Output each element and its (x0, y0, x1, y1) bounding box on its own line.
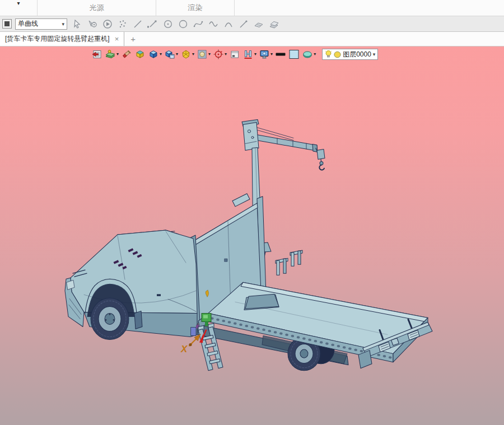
select-arrow-icon[interactable] (72, 18, 83, 30)
display-monitor-button[interactable]: ▾ (259, 49, 273, 60)
scatter-points-icon[interactable] (117, 18, 128, 30)
circle-icon[interactable] (178, 18, 189, 30)
mast-base[interactable] (245, 294, 279, 309)
surface-sheets-icon[interactable] (268, 18, 279, 30)
cube-preview-icon (164, 49, 175, 60)
swatch-button[interactable] (2, 19, 12, 29)
paint-box-icon (134, 49, 146, 60)
exit-render-button[interactable] (91, 49, 102, 60)
chevron-down-icon[interactable]: ▾ (225, 52, 227, 57)
section-clamp-button[interactable]: ▾ (242, 49, 256, 60)
chevron-down-icon[interactable]: ▾ (270, 52, 273, 57)
ribbon-group-label: 光源 (90, 3, 104, 13)
ribbon-collapse-button[interactable]: ▾ (0, 0, 38, 16)
ribbon-group-light-source[interactable]: 光源 (38, 0, 156, 16)
material-layers-icon (105, 49, 116, 60)
circle-center-point-icon[interactable] (162, 18, 174, 30)
chevron-down-icon[interactable]: ▾ (208, 52, 211, 57)
chevron-down-icon[interactable]: ▾ (176, 52, 178, 57)
new-tab-button[interactable]: + (124, 32, 142, 46)
deck-stands[interactable] (276, 250, 302, 275)
curve-tool-icons (72, 18, 279, 30)
spline-icon[interactable] (193, 18, 204, 30)
arc-icon[interactable] (223, 18, 234, 30)
chevron-down-icon[interactable]: ▾ (160, 52, 162, 57)
viewport-window-button[interactable] (229, 49, 240, 60)
solid-cube-button[interactable]: ▾ (148, 49, 162, 60)
ribbon-empty-area (235, 0, 504, 16)
color-swatch-icon (288, 49, 300, 60)
curve-type-select[interactable]: 单曲线 ▾ (15, 18, 67, 30)
cad-application-window: ▾ 光源 渲染 单曲线 ▾ (0, 0, 504, 425)
model-truck-crane[interactable]: X (0, 46, 504, 425)
viewport-window-icon (229, 49, 240, 60)
solid-cube-icon (148, 49, 159, 60)
layer-circle-icon (334, 51, 341, 58)
line-segment-icon[interactable] (147, 18, 158, 30)
faceted-sphere-icon (180, 49, 192, 60)
surface-lens-icon (302, 49, 313, 60)
pick-rotate-icon[interactable] (87, 18, 98, 30)
play-icon[interactable] (102, 18, 113, 30)
color-swatch-button[interactable] (288, 49, 300, 60)
brush-icon (121, 49, 132, 60)
chevron-down-icon[interactable]: ▾ (254, 52, 256, 57)
curve-toolbar: 单曲线 ▾ (0, 16, 504, 32)
axis-x-label: X (180, 344, 188, 354)
paint-box-button[interactable] (134, 49, 146, 60)
layer-select-value: 图层0000 (343, 50, 371, 59)
close-icon[interactable]: × (115, 35, 119, 43)
chevron-down-icon[interactable]: ▾ (116, 52, 119, 57)
material-layers-button[interactable]: ▾ (105, 49, 119, 60)
orbit-target-button[interactable]: ▾ (213, 49, 227, 60)
crane-jib[interactable] (251, 126, 318, 152)
ribbon-group-label: 渲染 (188, 3, 203, 13)
line-icon[interactable] (132, 18, 143, 30)
line-width-swatch-icon (275, 49, 286, 60)
viewport-3d[interactable]: ▾ ▾ ▾ ▾ ▾ (0, 46, 504, 425)
cube-preview-button[interactable]: ▾ (164, 49, 178, 60)
square-swatch-icon (4, 21, 10, 26)
bulb-icon (325, 50, 332, 59)
faceted-sphere-button[interactable]: ▾ (180, 49, 194, 60)
chevron-down-icon[interactable]: ▾ (192, 52, 194, 57)
line-point-icon[interactable] (238, 18, 249, 30)
ribbon-strip: ▾ 光源 渲染 (0, 0, 504, 16)
document-tab[interactable]: [货车卡车专用固定旋转悬臂起重机] × (0, 32, 124, 46)
orbit-target-icon (213, 49, 224, 60)
crane-hook[interactable] (316, 148, 325, 170)
sine-curve-icon[interactable] (208, 18, 219, 30)
layer-select[interactable]: 图层0000 ▾ (322, 49, 378, 60)
surface-sheet-icon[interactable] (253, 18, 264, 30)
chevron-down-icon[interactable]: ▾ (314, 52, 316, 57)
display-monitor-icon (259, 49, 270, 60)
chevron-down-icon: ▾ (62, 21, 64, 27)
curve-type-value: 单曲线 (18, 19, 38, 29)
crane-mast-head[interactable] (242, 119, 259, 150)
chevron-down-icon: ▾ (373, 52, 376, 57)
ribbon-group-render[interactable]: 渲染 (156, 0, 235, 16)
exit-render-icon (91, 49, 102, 60)
chevron-down-icon[interactable]: ▾ (17, 1, 20, 6)
framed-render-button[interactable]: ▾ (197, 49, 211, 60)
section-clamp-icon (242, 49, 254, 60)
line-width-button[interactable] (275, 49, 286, 60)
surface-lens-button[interactable]: ▾ (302, 49, 316, 60)
render-toolbar: ▾ ▾ ▾ ▾ ▾ (91, 48, 378, 61)
framed-render-icon (197, 49, 208, 60)
document-tabbar: [货车卡车专用固定旋转悬臂起重机] × + (0, 32, 504, 46)
document-tab-title: [货车卡车专用固定旋转悬臂起重机] (5, 34, 110, 44)
brush-button[interactable] (121, 49, 132, 60)
